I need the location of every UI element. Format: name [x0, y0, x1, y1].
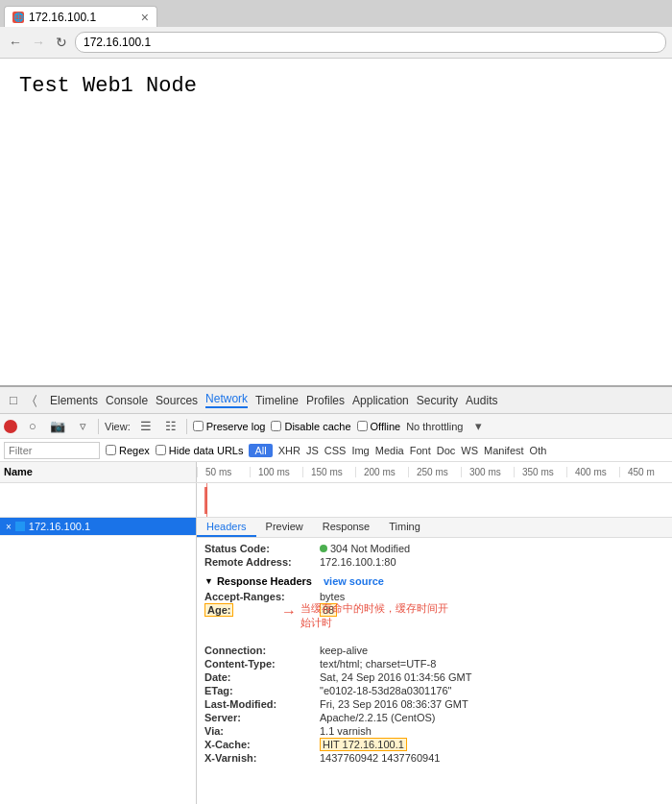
filter-media[interactable]: Media [375, 445, 404, 456]
header-via: Via: 1.1 varnish [204, 724, 664, 738]
forward-button[interactable]: → [29, 33, 48, 52]
network-main-content: × 172.16.100.1 Headers Preview Response … [0, 518, 672, 804]
filter-manifest[interactable]: Manifest [484, 445, 524, 456]
header-x-cache: X-Cache: HIT 172.16.100.1 [204, 738, 664, 751]
remote-address-label: Remote Address: [204, 556, 320, 568]
tick-150ms: 150 ms [302, 467, 355, 477]
camera-button[interactable]: 📷 [48, 417, 67, 436]
back-button[interactable]: ← [6, 33, 25, 52]
grid-view-button[interactable]: ☷ [161, 417, 180, 436]
hide-data-urls-checkbox[interactable]: Hide data URLs [156, 445, 244, 456]
request-item[interactable]: × 172.16.100.1 [0, 518, 196, 536]
tab-sources[interactable]: Sources [156, 394, 198, 407]
request-close-icon[interactable]: × [6, 522, 12, 532]
header-content-type: Content-Type: text/html; charset=UTF-8 [204, 657, 664, 670]
header-date: Date: Sat, 24 Sep 2016 01:34:56 GMT [204, 670, 664, 684]
remote-address-value: 172.16.100.1:80 [320, 556, 396, 568]
detail-tabs: Headers Preview Response Timing [197, 518, 672, 538]
devtools-panel: □ 〈 Elements Console Sources Network Tim… [0, 385, 672, 804]
tab-audits[interactable]: Audits [466, 394, 497, 407]
browser-chrome: 🌐 172.16.100.1 × ← → ↻ [0, 0, 672, 59]
device-toolbar-button[interactable]: 〈 [25, 391, 44, 410]
tab-application[interactable]: Application [352, 394, 409, 407]
throttling-label: No throttling [406, 421, 463, 432]
clear-button[interactable]: ○ [23, 417, 42, 436]
tick-300ms: 300 ms [461, 467, 514, 477]
filter-doc[interactable]: Doc [437, 445, 456, 456]
tab-console[interactable]: Console [106, 394, 148, 407]
tick-350ms: 350 ms [514, 467, 566, 477]
filter-css[interactable]: CSS [324, 445, 347, 456]
filter-js[interactable]: JS [306, 445, 319, 456]
detail-tab-timing[interactable]: Timing [379, 518, 430, 537]
tab-close-button[interactable]: × [141, 10, 149, 25]
filter-button[interactable]: ▿ [73, 417, 92, 436]
tab-favicon: 🌐 [12, 12, 24, 23]
page-content: Test Web1 Node [0, 59, 672, 385]
header-etag: ETag: "e0102-18-53d28a0301176" [204, 684, 664, 697]
offline-checkbox[interactable]: Offline [357, 421, 401, 432]
status-code-row: Status Code: 304 Not Modified [204, 542, 664, 555]
tab-timeline[interactable]: Timeline [255, 394, 299, 407]
header-connection: Connection: keep-alive [204, 644, 664, 657]
status-dot [320, 543, 330, 554]
filter-font[interactable]: Font [410, 445, 431, 456]
list-view-button[interactable]: ☰ [136, 417, 156, 436]
tab-elements[interactable]: Elements [50, 394, 98, 407]
tick-250ms: 250 ms [408, 467, 461, 477]
address-bar-row: ← → ↻ [0, 27, 672, 58]
request-list-spacer [0, 483, 197, 517]
response-headers-section: Response Headers view source Accept-Rang… [204, 569, 664, 768]
tab-profiles[interactable]: Profiles [306, 394, 345, 407]
detail-tab-preview[interactable]: Preview [256, 518, 313, 537]
tick-450ms: 450 m [619, 467, 672, 477]
header-server: Server: Apache/2.2.15 (CentOS) [204, 711, 664, 724]
status-code-label: Status Code: [204, 543, 320, 554]
filter-ws[interactable]: WS [461, 445, 478, 456]
filter-bar: Regex Hide data URLs All XHR JS CSS Img … [0, 439, 672, 462]
age-arrow: → [281, 603, 297, 621]
devtools-tabs-row: Elements Console Sources Network Timelin… [46, 392, 501, 408]
separator2 [186, 419, 187, 434]
filter-other[interactable]: Oth [530, 445, 547, 456]
request-type-icon [15, 522, 25, 531]
tab-bar: 🌐 172.16.100.1 × [0, 0, 672, 27]
tab-title: 172.16.100.1 [29, 11, 135, 24]
detail-tab-response[interactable]: Response [313, 518, 380, 537]
view-source-link[interactable]: view source [324, 575, 384, 587]
timeline-visual-area [0, 483, 672, 518]
timeline-bar: Name 50 ms 100 ms 150 ms 200 ms 250 ms 3… [0, 462, 672, 483]
filter-input[interactable] [4, 442, 100, 459]
age-annotation: 当缓存命中的时候，缓存时间开始计时 [300, 601, 448, 630]
regex-checkbox[interactable]: Regex [106, 445, 150, 456]
request-detail: Headers Preview Response Timing Status C… [197, 518, 672, 804]
view-label: View: [105, 421, 131, 432]
request-name: 172.16.100.1 [29, 521, 90, 532]
tab-network[interactable]: Network [205, 392, 248, 408]
tab-security[interactable]: Security [417, 394, 458, 407]
header-x-varnish: X-Varnish: 1437760942 1437760941 [204, 751, 664, 765]
filter-xhr[interactable]: XHR [278, 445, 300, 456]
tick-400ms: 400 ms [566, 467, 619, 477]
name-header: Name [0, 464, 36, 479]
devtools-toolbar: □ 〈 Elements Console Sources Network Tim… [0, 387, 672, 414]
all-filter-button[interactable]: All [249, 444, 272, 457]
detail-body: Status Code: 304 Not Modified Remote Add… [197, 538, 672, 772]
inspect-element-button[interactable]: □ [4, 391, 23, 410]
response-headers-toggle[interactable]: Response Headers view source [204, 573, 664, 590]
throttling-dropdown[interactable]: ▾ [468, 417, 488, 436]
filter-img[interactable]: Img [351, 445, 369, 456]
header-age: Age: 88 → 当缓存命中的时候，缓存时间开始计时 [204, 603, 664, 617]
disable-cache-checkbox[interactable]: Disable cache [271, 421, 350, 432]
status-code-value: 304 Not Modified [330, 543, 410, 554]
page-heading: Test Web1 Node [19, 74, 653, 98]
record-button[interactable] [4, 420, 17, 433]
refresh-button[interactable]: ↻ [52, 33, 71, 52]
browser-tab[interactable]: 🌐 172.16.100.1 × [4, 6, 157, 27]
address-input[interactable] [75, 32, 666, 53]
network-timeline-area [197, 483, 672, 517]
preserve-log-checkbox[interactable]: Preserve log [193, 421, 266, 432]
detail-tab-headers[interactable]: Headers [197, 518, 256, 537]
tick-200ms: 200 ms [355, 467, 408, 477]
tick-50ms: 50 ms [197, 467, 250, 477]
